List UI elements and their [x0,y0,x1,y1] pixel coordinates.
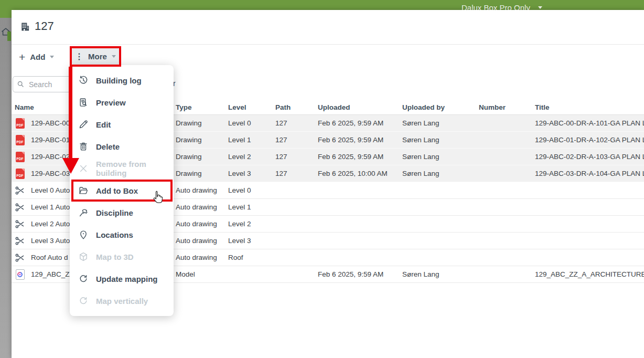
cell-level: Level 3 [228,237,275,245]
menu-item-label: Building log [96,76,142,85]
add-button-label: Add [30,52,45,61]
sidebar-accent [7,31,11,41]
annotation-arrow-line [69,67,72,159]
plus-icon: + [19,51,25,62]
cell-type: Auto drawing [176,186,228,194]
app-screen: Dalux Box Pro Only 127 + Add ⋮ More r Na… [0,0,644,358]
cell-title: 129_ABC_ZZ_A_ARCHITECTURE [535,270,644,278]
file-name: Level 3 Auto [31,237,70,245]
cell-title: 129-ABC-02-DR-A-103-GA PLAN L [535,153,644,161]
file-name: Roof Auto d [31,254,68,261]
menu-item-map-vertically: Map vertically [70,290,174,312]
edit-icon [78,119,89,130]
cell-level: Level 2 [228,220,275,228]
location-pin-icon [78,229,89,240]
menu-item-label: Remove from building [96,160,165,177]
column-header[interactable]: Uploaded [318,103,402,111]
cell-title: 129-ABC-03-DR-A-104-GA PLAN L [535,170,644,177]
menu-item-label: Discipline [96,208,133,217]
cell-uploaded: Feb 6 2025, 10:00 AM [318,170,402,177]
pdf-file-icon: PDF [15,169,25,179]
cell-type: Drawing [176,153,228,161]
cell-path: 127 [275,153,318,161]
pdf-file-icon: PDF [15,135,25,145]
cell-level: Level 2 [228,153,275,161]
cell-path: 127 [275,170,318,177]
menu-item-remove-from-building: Remove from building [70,157,174,180]
cell-level: Level 3 [228,170,275,177]
hand-cursor [151,190,165,206]
model-file-icon [15,269,25,280]
cell-type: Drawing [176,170,228,177]
cell-type: Model [176,270,228,278]
menu-item-update-mapping[interactable]: Update mapping [70,268,174,290]
file-name: 129_ABC_ZZ [31,270,74,278]
column-header[interactable]: Uploaded by [402,103,479,111]
cell-type: Auto drawing [176,203,228,211]
pdf-file-icon: PDF [15,118,25,129]
column-header[interactable]: Type [176,103,228,111]
cell-uploaded: Feb 6 2025, 9:59 AM [318,270,402,278]
menu-item-edit[interactable]: Edit [70,113,174,135]
column-header[interactable]: Level [228,103,275,111]
cell-path: 127 [275,136,318,144]
scissors-icon [15,252,25,263]
cell-type: Auto drawing [176,220,228,228]
page-title: 127 [35,19,54,33]
menu-item-map-to-3d: Map to 3D [70,246,174,268]
annotation-box-more [70,46,121,67]
cell-level: Level 0 [228,186,275,194]
file-name: 129-ABC-00- [31,119,72,127]
cell-uploaded: Feb 6 2025, 9:59 AM [318,153,402,161]
cell-level: Level 1 [228,203,275,211]
cell-type: Drawing [176,136,228,144]
cell-title: 129-ABC-00-DR-A-101-GA PLAN L [535,119,644,127]
file-name: 129-ABC-01- [31,136,72,144]
cell-title: 129-ABC-01-DR-A-102-GA PLAN L [535,136,644,144]
cell-uploaded-by: Søren Lang [402,170,479,177]
chevron-down-icon [538,6,542,9]
cell-uploaded-by: Søren Lang [402,119,479,127]
menu-item-label: Map to 3D [96,252,134,261]
chevron-down-icon [50,56,54,58]
building-icon [20,22,30,32]
cell-uploaded: Feb 6 2025, 9:59 AM [318,136,402,144]
menu-item-label: Locations [96,230,133,239]
cube-icon [78,251,89,262]
hammer-icon [78,207,89,218]
cell-level: Roof [228,254,275,261]
menu-item-label: Delete [96,142,120,151]
cell-level: Level 1 [228,136,275,144]
menu-item-building-log[interactable]: Building log [70,69,174,91]
pdf-file-icon: PDF [15,152,25,162]
file-name: Level 2 Auto [31,220,70,228]
cell-uploaded: Feb 6 2025, 9:59 AM [318,119,402,127]
menu-item-label: Preview [96,98,126,107]
menu-item-delete[interactable]: Delete [70,135,174,157]
cell-type: Drawing [176,119,228,127]
column-header[interactable]: Title [535,103,644,111]
menu-item-label: Map vertically [96,297,148,306]
scissors-icon [15,202,25,213]
cell-uploaded-by: Søren Lang [402,270,479,278]
menu-item-locations[interactable]: Locations [70,224,174,246]
search-icon [16,80,25,88]
file-name: Level 0 Auto [31,186,70,194]
annotation-arrow-head [62,158,79,174]
menu-item-preview[interactable]: Preview [70,91,174,113]
preview-icon [78,97,89,108]
dimmed-background [0,18,12,358]
column-header[interactable]: Number [479,103,535,111]
column-header[interactable]: Path [275,103,318,111]
menu-item-label: Update mapping [96,275,158,283]
refresh-icon [78,273,89,284]
close-icon [78,163,89,174]
cell-uploaded-by: Søren Lang [402,153,479,161]
cell-level: Level 0 [228,119,275,127]
scissors-icon [15,219,25,229]
refresh-icon [78,296,89,306]
file-name: Level 1 Auto [31,203,70,211]
history-icon [78,75,89,86]
add-button[interactable]: + Add [19,49,54,64]
cell-type: Auto drawing [176,254,228,261]
